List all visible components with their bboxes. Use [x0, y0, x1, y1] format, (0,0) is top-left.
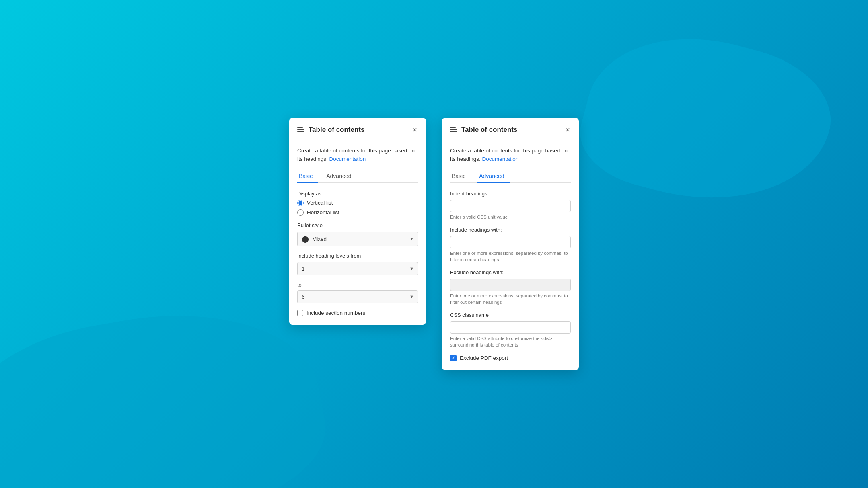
- vertical-list-option[interactable]: Vertical list: [297, 200, 418, 206]
- exclude-pdf-option[interactable]: Exclude PDF export: [450, 355, 571, 361]
- section-numbers-option[interactable]: Include section numbers: [297, 310, 418, 316]
- left-dialog-header: Table of contents ×: [289, 118, 426, 140]
- bullet-icon: ⬤: [302, 235, 309, 243]
- heading-from-select[interactable]: 1 2 3 4 5 6: [297, 262, 418, 275]
- include-headings-label: Include headings with:: [450, 227, 571, 233]
- exclude-pdf-checkbox[interactable]: [450, 355, 457, 361]
- left-tab-advanced[interactable]: Advanced: [325, 170, 357, 182]
- css-class-hint: Enter a valid CSS attribute to customize…: [450, 335, 571, 348]
- section-numbers-checkbox[interactable]: [297, 310, 303, 316]
- right-doc-link[interactable]: Documentation: [482, 156, 519, 162]
- include-headings-group: Include headings with: Enter one or more…: [450, 227, 571, 263]
- bullet-style-select-wrapper: ⬤ Mixed ▼: [297, 232, 418, 246]
- hamburger-icon[interactable]: [297, 127, 304, 132]
- display-as-label: Display as: [297, 191, 418, 197]
- bullet-style-label: Bullet style: [297, 222, 418, 228]
- section-numbers-label: Include section numbers: [306, 310, 365, 316]
- right-header-left: Table of contents: [450, 126, 517, 134]
- bullet-style-value: Mixed: [312, 236, 327, 242]
- indent-headings-label: Indent headings: [450, 191, 571, 197]
- display-as-group: Display as Vertical list Horizontal list: [297, 191, 418, 216]
- right-tab-basic[interactable]: Basic: [450, 170, 471, 182]
- css-class-group: CSS class name Enter a valid CSS attribu…: [450, 312, 571, 348]
- css-class-label: CSS class name: [450, 312, 571, 318]
- indent-headings-group: Indent headings Enter a valid CSS unit v…: [450, 191, 571, 220]
- right-hamburger-icon[interactable]: [450, 127, 457, 132]
- horizontal-list-label: Horizontal list: [307, 209, 339, 215]
- left-description: Create a table of contents for this page…: [297, 147, 418, 163]
- right-dialog: Table of contents × Create a table of co…: [442, 118, 579, 370]
- left-tab-basic[interactable]: Basic: [297, 170, 318, 182]
- right-description: Create a table of contents for this page…: [450, 147, 571, 163]
- right-tab-advanced[interactable]: Advanced: [477, 170, 510, 182]
- heading-levels-label: Include heading levels from: [297, 253, 418, 259]
- exclude-headings-input[interactable]: [450, 279, 571, 291]
- left-close-button[interactable]: ×: [411, 125, 418, 135]
- left-header-left: Table of contents: [297, 126, 364, 134]
- horizontal-list-radio[interactable]: [297, 209, 304, 216]
- vertical-list-label: Vertical list: [307, 200, 333, 206]
- heading-to-group: to 1 2 3 4 5 6 ▼: [297, 282, 418, 303]
- left-tabs: Basic Advanced: [297, 170, 418, 183]
- right-dialog-header: Table of contents ×: [442, 118, 579, 140]
- heading-to-select-wrapper: 1 2 3 4 5 6 ▼: [297, 290, 418, 303]
- right-tabs: Basic Advanced: [450, 170, 571, 183]
- dialogs-container: Table of contents × Create a table of co…: [289, 118, 579, 370]
- include-headings-input[interactable]: [450, 236, 571, 248]
- left-dialog-body: Create a table of contents for this page…: [289, 140, 426, 325]
- exclude-headings-hint: Enter one or more expressions, separated…: [450, 293, 571, 306]
- left-doc-link[interactable]: Documentation: [329, 156, 366, 162]
- bullet-style-group: Bullet style ⬤ Mixed ▼: [297, 222, 418, 246]
- exclude-headings-group: Exclude headings with: Enter one or more…: [450, 269, 571, 306]
- left-dialog: Table of contents × Create a table of co…: [289, 118, 426, 325]
- indent-headings-input[interactable]: [450, 200, 571, 212]
- heading-to-label: to: [297, 282, 418, 288]
- vertical-list-radio[interactable]: [297, 200, 304, 206]
- exclude-pdf-label: Exclude PDF export: [460, 355, 508, 361]
- display-as-radio-group: Vertical list Horizontal list: [297, 200, 418, 216]
- indent-headings-hint: Enter a valid CSS unit value: [450, 214, 571, 220]
- right-dialog-body: Create a table of contents for this page…: [442, 140, 579, 370]
- right-close-button[interactable]: ×: [564, 125, 571, 135]
- horizontal-list-option[interactable]: Horizontal list: [297, 209, 418, 216]
- heading-from-group: Include heading levels from 1 2 3 4 5 6 …: [297, 253, 418, 275]
- bullet-style-dropdown[interactable]: ⬤ Mixed: [297, 232, 418, 246]
- heading-to-select[interactable]: 1 2 3 4 5 6: [297, 290, 418, 303]
- heading-from-select-wrapper: 1 2 3 4 5 6 ▼: [297, 262, 418, 275]
- css-class-input[interactable]: [450, 321, 571, 334]
- exclude-headings-label: Exclude headings with:: [450, 269, 571, 275]
- include-headings-hint: Enter one or more expressions, separated…: [450, 250, 571, 263]
- right-dialog-title: Table of contents: [461, 126, 517, 134]
- left-dialog-title: Table of contents: [309, 126, 364, 134]
